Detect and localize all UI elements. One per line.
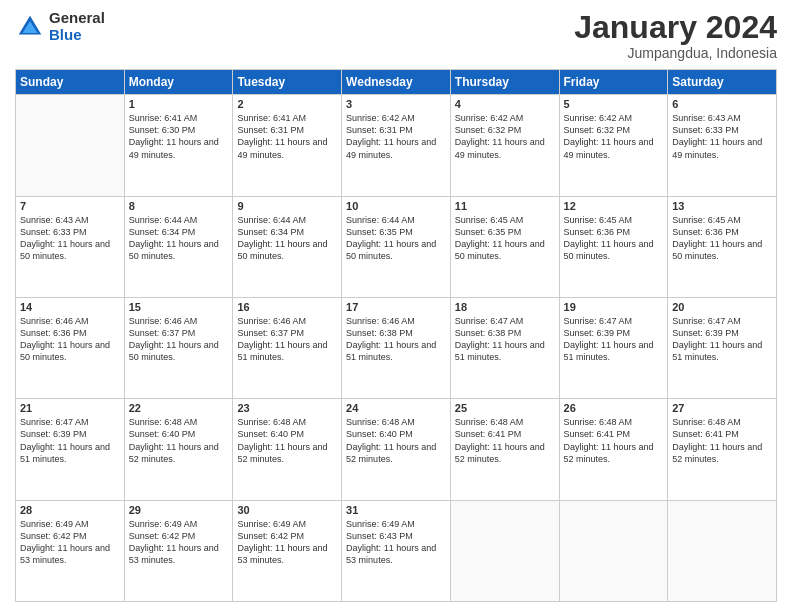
day-number: 19 xyxy=(564,301,664,313)
month-title: January 2024 xyxy=(574,10,777,45)
day-number: 20 xyxy=(672,301,772,313)
page: General Blue January 2024 Jumpangdua, In… xyxy=(0,0,792,612)
day-info: Sunrise: 6:41 AMSunset: 6:31 PMDaylight:… xyxy=(237,112,337,161)
weekday-header-wednesday: Wednesday xyxy=(342,70,451,95)
day-info: Sunrise: 6:42 AMSunset: 6:32 PMDaylight:… xyxy=(455,112,555,161)
calendar-cell: 24Sunrise: 6:48 AMSunset: 6:40 PMDayligh… xyxy=(342,399,451,500)
day-number: 27 xyxy=(672,402,772,414)
day-info: Sunrise: 6:48 AMSunset: 6:41 PMDaylight:… xyxy=(564,416,664,465)
calendar-cell: 17Sunrise: 6:46 AMSunset: 6:38 PMDayligh… xyxy=(342,297,451,398)
day-info: Sunrise: 6:46 AMSunset: 6:37 PMDaylight:… xyxy=(129,315,229,364)
calendar-cell: 3Sunrise: 6:42 AMSunset: 6:31 PMDaylight… xyxy=(342,95,451,196)
day-number: 8 xyxy=(129,200,229,212)
logo: General Blue xyxy=(15,10,105,43)
calendar-cell: 18Sunrise: 6:47 AMSunset: 6:38 PMDayligh… xyxy=(450,297,559,398)
calendar-cell: 13Sunrise: 6:45 AMSunset: 6:36 PMDayligh… xyxy=(668,196,777,297)
day-number: 21 xyxy=(20,402,120,414)
location: Jumpangdua, Indonesia xyxy=(574,45,777,61)
day-info: Sunrise: 6:44 AMSunset: 6:34 PMDaylight:… xyxy=(237,214,337,263)
day-number: 31 xyxy=(346,504,446,516)
day-info: Sunrise: 6:48 AMSunset: 6:40 PMDaylight:… xyxy=(237,416,337,465)
calendar-cell: 12Sunrise: 6:45 AMSunset: 6:36 PMDayligh… xyxy=(559,196,668,297)
day-info: Sunrise: 6:48 AMSunset: 6:41 PMDaylight:… xyxy=(672,416,772,465)
day-number: 3 xyxy=(346,98,446,110)
calendar-cell: 7Sunrise: 6:43 AMSunset: 6:33 PMDaylight… xyxy=(16,196,125,297)
day-number: 29 xyxy=(129,504,229,516)
calendar-cell: 31Sunrise: 6:49 AMSunset: 6:43 PMDayligh… xyxy=(342,500,451,601)
day-number: 16 xyxy=(237,301,337,313)
calendar-cell xyxy=(559,500,668,601)
day-info: Sunrise: 6:45 AMSunset: 6:36 PMDaylight:… xyxy=(564,214,664,263)
calendar-cell: 2Sunrise: 6:41 AMSunset: 6:31 PMDaylight… xyxy=(233,95,342,196)
calendar-cell: 15Sunrise: 6:46 AMSunset: 6:37 PMDayligh… xyxy=(124,297,233,398)
day-info: Sunrise: 6:44 AMSunset: 6:35 PMDaylight:… xyxy=(346,214,446,263)
day-number: 23 xyxy=(237,402,337,414)
calendar-cell: 23Sunrise: 6:48 AMSunset: 6:40 PMDayligh… xyxy=(233,399,342,500)
day-number: 26 xyxy=(564,402,664,414)
header: General Blue January 2024 Jumpangdua, In… xyxy=(15,10,777,61)
day-info: Sunrise: 6:45 AMSunset: 6:35 PMDaylight:… xyxy=(455,214,555,263)
calendar-cell: 8Sunrise: 6:44 AMSunset: 6:34 PMDaylight… xyxy=(124,196,233,297)
calendar-cell: 28Sunrise: 6:49 AMSunset: 6:42 PMDayligh… xyxy=(16,500,125,601)
day-number: 7 xyxy=(20,200,120,212)
weekday-header-tuesday: Tuesday xyxy=(233,70,342,95)
calendar-cell: 16Sunrise: 6:46 AMSunset: 6:37 PMDayligh… xyxy=(233,297,342,398)
day-info: Sunrise: 6:43 AMSunset: 6:33 PMDaylight:… xyxy=(672,112,772,161)
calendar-cell: 10Sunrise: 6:44 AMSunset: 6:35 PMDayligh… xyxy=(342,196,451,297)
day-number: 10 xyxy=(346,200,446,212)
day-number: 9 xyxy=(237,200,337,212)
day-info: Sunrise: 6:49 AMSunset: 6:43 PMDaylight:… xyxy=(346,518,446,567)
day-info: Sunrise: 6:42 AMSunset: 6:31 PMDaylight:… xyxy=(346,112,446,161)
calendar-cell xyxy=(16,95,125,196)
day-info: Sunrise: 6:46 AMSunset: 6:36 PMDaylight:… xyxy=(20,315,120,364)
day-info: Sunrise: 6:42 AMSunset: 6:32 PMDaylight:… xyxy=(564,112,664,161)
calendar-cell: 5Sunrise: 6:42 AMSunset: 6:32 PMDaylight… xyxy=(559,95,668,196)
day-number: 18 xyxy=(455,301,555,313)
calendar-cell xyxy=(668,500,777,601)
week-row-4: 28Sunrise: 6:49 AMSunset: 6:42 PMDayligh… xyxy=(16,500,777,601)
day-info: Sunrise: 6:47 AMSunset: 6:38 PMDaylight:… xyxy=(455,315,555,364)
day-number: 17 xyxy=(346,301,446,313)
logo-icon xyxy=(15,12,45,42)
day-number: 22 xyxy=(129,402,229,414)
calendar-cell: 20Sunrise: 6:47 AMSunset: 6:39 PMDayligh… xyxy=(668,297,777,398)
calendar-cell: 26Sunrise: 6:48 AMSunset: 6:41 PMDayligh… xyxy=(559,399,668,500)
day-number: 24 xyxy=(346,402,446,414)
day-number: 1 xyxy=(129,98,229,110)
day-number: 6 xyxy=(672,98,772,110)
weekday-header-row: SundayMondayTuesdayWednesdayThursdayFrid… xyxy=(16,70,777,95)
calendar-cell: 19Sunrise: 6:47 AMSunset: 6:39 PMDayligh… xyxy=(559,297,668,398)
week-row-3: 21Sunrise: 6:47 AMSunset: 6:39 PMDayligh… xyxy=(16,399,777,500)
day-info: Sunrise: 6:45 AMSunset: 6:36 PMDaylight:… xyxy=(672,214,772,263)
logo-blue: Blue xyxy=(49,27,105,44)
day-number: 30 xyxy=(237,504,337,516)
calendar-table: SundayMondayTuesdayWednesdayThursdayFrid… xyxy=(15,69,777,602)
day-info: Sunrise: 6:43 AMSunset: 6:33 PMDaylight:… xyxy=(20,214,120,263)
day-number: 15 xyxy=(129,301,229,313)
day-number: 14 xyxy=(20,301,120,313)
week-row-1: 7Sunrise: 6:43 AMSunset: 6:33 PMDaylight… xyxy=(16,196,777,297)
calendar-cell: 11Sunrise: 6:45 AMSunset: 6:35 PMDayligh… xyxy=(450,196,559,297)
calendar-cell: 6Sunrise: 6:43 AMSunset: 6:33 PMDaylight… xyxy=(668,95,777,196)
day-info: Sunrise: 6:48 AMSunset: 6:41 PMDaylight:… xyxy=(455,416,555,465)
week-row-2: 14Sunrise: 6:46 AMSunset: 6:36 PMDayligh… xyxy=(16,297,777,398)
day-info: Sunrise: 6:49 AMSunset: 6:42 PMDaylight:… xyxy=(237,518,337,567)
day-info: Sunrise: 6:49 AMSunset: 6:42 PMDaylight:… xyxy=(129,518,229,567)
weekday-header-monday: Monday xyxy=(124,70,233,95)
day-info: Sunrise: 6:47 AMSunset: 6:39 PMDaylight:… xyxy=(20,416,120,465)
day-info: Sunrise: 6:47 AMSunset: 6:39 PMDaylight:… xyxy=(672,315,772,364)
calendar-cell: 14Sunrise: 6:46 AMSunset: 6:36 PMDayligh… xyxy=(16,297,125,398)
day-info: Sunrise: 6:49 AMSunset: 6:42 PMDaylight:… xyxy=(20,518,120,567)
calendar-cell: 22Sunrise: 6:48 AMSunset: 6:40 PMDayligh… xyxy=(124,399,233,500)
day-number: 5 xyxy=(564,98,664,110)
calendar-cell: 21Sunrise: 6:47 AMSunset: 6:39 PMDayligh… xyxy=(16,399,125,500)
title-section: January 2024 Jumpangdua, Indonesia xyxy=(574,10,777,61)
day-info: Sunrise: 6:47 AMSunset: 6:39 PMDaylight:… xyxy=(564,315,664,364)
logo-text: General Blue xyxy=(49,10,105,43)
calendar-cell: 29Sunrise: 6:49 AMSunset: 6:42 PMDayligh… xyxy=(124,500,233,601)
week-row-0: 1Sunrise: 6:41 AMSunset: 6:30 PMDaylight… xyxy=(16,95,777,196)
day-number: 28 xyxy=(20,504,120,516)
logo-general: General xyxy=(49,10,105,27)
calendar-cell: 9Sunrise: 6:44 AMSunset: 6:34 PMDaylight… xyxy=(233,196,342,297)
calendar-cell: 25Sunrise: 6:48 AMSunset: 6:41 PMDayligh… xyxy=(450,399,559,500)
